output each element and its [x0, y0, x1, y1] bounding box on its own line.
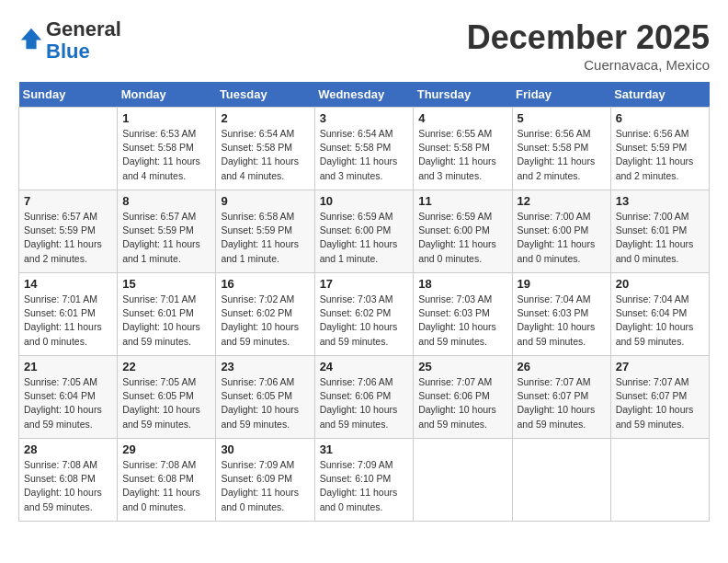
- day-info: Sunrise: 7:00 AMSunset: 6:00 PMDaylight:…: [518, 210, 606, 266]
- calendar-cell: 19Sunrise: 7:04 AMSunset: 6:03 PMDayligh…: [512, 273, 610, 356]
- calendar-cell: 9Sunrise: 6:58 AMSunset: 5:59 PMDaylight…: [216, 190, 314, 273]
- day-number: 22: [122, 360, 210, 373]
- calendar-cell: 16Sunrise: 7:02 AMSunset: 6:02 PMDayligh…: [216, 273, 314, 356]
- calendar-cell: 7Sunrise: 6:57 AMSunset: 5:59 PMDaylight…: [19, 190, 118, 273]
- weekday-header-friday: Friday: [512, 82, 610, 108]
- calendar-cell: 10Sunrise: 6:59 AMSunset: 6:00 PMDayligh…: [314, 190, 414, 273]
- calendar-cell: 27Sunrise: 7:07 AMSunset: 6:07 PMDayligh…: [610, 356, 709, 439]
- calendar-week-row: 1Sunrise: 6:53 AMSunset: 5:58 PMDaylight…: [19, 108, 710, 190]
- day-info: Sunrise: 7:08 AMSunset: 6:08 PMDaylight:…: [122, 458, 210, 514]
- day-info: Sunrise: 7:03 AMSunset: 6:02 PMDaylight:…: [320, 293, 409, 349]
- day-number: 19: [518, 277, 606, 291]
- day-number: 5: [518, 111, 606, 125]
- day-number: 18: [418, 277, 506, 291]
- weekday-header-tuesday: Tuesday: [216, 82, 314, 108]
- day-info: Sunrise: 7:04 AMSunset: 6:04 PMDaylight:…: [616, 293, 704, 349]
- calendar-cell: 18Sunrise: 7:03 AMSunset: 6:03 PMDayligh…: [414, 273, 512, 356]
- calendar-cell: 6Sunrise: 6:56 AMSunset: 5:59 PMDaylight…: [610, 108, 709, 190]
- day-info: Sunrise: 7:02 AMSunset: 6:02 PMDaylight:…: [221, 293, 309, 349]
- day-info: Sunrise: 7:00 AMSunset: 6:01 PMDaylight:…: [616, 210, 704, 266]
- title-block: December 2025 Cuernavaca, Mexico: [467, 18, 710, 73]
- day-number: 3: [320, 111, 409, 125]
- day-info: Sunrise: 7:09 AMSunset: 6:10 PMDaylight:…: [320, 458, 409, 514]
- day-number: 12: [518, 194, 606, 208]
- day-number: 11: [418, 194, 506, 208]
- calendar-cell: 11Sunrise: 6:59 AMSunset: 6:00 PMDayligh…: [414, 190, 512, 273]
- day-info: Sunrise: 7:09 AMSunset: 6:09 PMDaylight:…: [221, 458, 309, 514]
- day-number: 16: [221, 277, 309, 291]
- calendar-cell: 22Sunrise: 7:05 AMSunset: 6:05 PMDayligh…: [118, 356, 216, 439]
- day-info: Sunrise: 7:05 AMSunset: 6:05 PMDaylight:…: [122, 375, 210, 431]
- calendar-cell: 30Sunrise: 7:09 AMSunset: 6:09 PMDayligh…: [216, 439, 314, 522]
- day-number: 29: [122, 442, 210, 456]
- day-number: 26: [518, 360, 606, 373]
- day-info: Sunrise: 7:01 AMSunset: 6:01 PMDaylight:…: [24, 293, 112, 349]
- day-number: 17: [320, 277, 409, 291]
- day-info: Sunrise: 6:54 AMSunset: 5:58 PMDaylight:…: [320, 127, 409, 183]
- svg-marker-0: [21, 29, 41, 49]
- calendar-header: SundayMondayTuesdayWednesdayThursdayFrid…: [19, 82, 710, 108]
- calendar-cell: 28Sunrise: 7:08 AMSunset: 6:08 PMDayligh…: [19, 439, 118, 522]
- day-info: Sunrise: 6:58 AMSunset: 5:59 PMDaylight:…: [221, 210, 309, 266]
- day-info: Sunrise: 6:57 AMSunset: 5:59 PMDaylight:…: [24, 210, 112, 266]
- day-number: 23: [221, 360, 309, 373]
- calendar-cell: [512, 439, 610, 522]
- day-info: Sunrise: 7:08 AMSunset: 6:08 PMDaylight:…: [24, 458, 112, 514]
- day-number: 1: [122, 111, 210, 125]
- logo-icon: [18, 26, 44, 52]
- calendar-cell: 26Sunrise: 7:07 AMSunset: 6:07 PMDayligh…: [512, 356, 610, 439]
- weekday-header-monday: Monday: [118, 82, 216, 108]
- calendar-cell: [414, 439, 512, 522]
- day-info: Sunrise: 6:53 AMSunset: 5:58 PMDaylight:…: [122, 127, 210, 183]
- day-number: 31: [320, 442, 409, 456]
- calendar-cell: 21Sunrise: 7:05 AMSunset: 6:04 PMDayligh…: [19, 356, 118, 439]
- weekday-header-wednesday: Wednesday: [314, 82, 414, 108]
- day-number: 7: [24, 194, 112, 208]
- day-info: Sunrise: 6:56 AMSunset: 5:58 PMDaylight:…: [518, 127, 606, 183]
- calendar-week-row: 28Sunrise: 7:08 AMSunset: 6:08 PMDayligh…: [19, 439, 710, 522]
- day-number: 20: [616, 277, 704, 291]
- day-number: 28: [24, 442, 112, 456]
- calendar-cell: 3Sunrise: 6:54 AMSunset: 5:58 PMDaylight…: [314, 108, 414, 190]
- calendar-cell: 2Sunrise: 6:54 AMSunset: 5:58 PMDaylight…: [216, 108, 314, 190]
- calendar-table: SundayMondayTuesdayWednesdayThursdayFrid…: [18, 82, 710, 522]
- day-number: 14: [24, 277, 112, 291]
- calendar-cell: 14Sunrise: 7:01 AMSunset: 6:01 PMDayligh…: [19, 273, 118, 356]
- day-number: 27: [616, 360, 704, 373]
- calendar-cell: 17Sunrise: 7:03 AMSunset: 6:02 PMDayligh…: [314, 273, 414, 356]
- calendar-cell: 29Sunrise: 7:08 AMSunset: 6:08 PMDayligh…: [118, 439, 216, 522]
- day-info: Sunrise: 6:59 AMSunset: 6:00 PMDaylight:…: [320, 210, 409, 266]
- calendar-cell: 13Sunrise: 7:00 AMSunset: 6:01 PMDayligh…: [610, 190, 709, 273]
- day-number: 4: [418, 111, 506, 125]
- logo-text: General Blue: [46, 18, 121, 63]
- calendar-cell: 25Sunrise: 7:07 AMSunset: 6:06 PMDayligh…: [414, 356, 512, 439]
- day-number: 13: [616, 194, 704, 208]
- calendar-cell: 23Sunrise: 7:06 AMSunset: 6:05 PMDayligh…: [216, 356, 314, 439]
- day-number: 24: [320, 360, 409, 373]
- day-number: 21: [24, 360, 112, 373]
- calendar-week-row: 7Sunrise: 6:57 AMSunset: 5:59 PMDaylight…: [19, 190, 710, 273]
- weekday-header-saturday: Saturday: [610, 82, 709, 108]
- calendar-cell: 15Sunrise: 7:01 AMSunset: 6:01 PMDayligh…: [118, 273, 216, 356]
- day-info: Sunrise: 7:07 AMSunset: 6:07 PMDaylight:…: [518, 375, 606, 431]
- day-info: Sunrise: 7:06 AMSunset: 6:05 PMDaylight:…: [221, 375, 309, 431]
- day-info: Sunrise: 6:56 AMSunset: 5:59 PMDaylight:…: [616, 127, 704, 183]
- day-number: 9: [221, 194, 309, 208]
- calendar-cell: 31Sunrise: 7:09 AMSunset: 6:10 PMDayligh…: [314, 439, 414, 522]
- weekday-header-thursday: Thursday: [414, 82, 512, 108]
- day-info: Sunrise: 6:55 AMSunset: 5:58 PMDaylight:…: [418, 127, 506, 183]
- day-info: Sunrise: 7:05 AMSunset: 6:04 PMDaylight:…: [24, 375, 112, 431]
- day-info: Sunrise: 7:06 AMSunset: 6:06 PMDaylight:…: [320, 375, 409, 431]
- day-info: Sunrise: 6:57 AMSunset: 5:59 PMDaylight:…: [122, 210, 210, 266]
- calendar-cell: 8Sunrise: 6:57 AMSunset: 5:59 PMDaylight…: [118, 190, 216, 273]
- day-number: 30: [221, 442, 309, 456]
- logo: General Blue: [18, 18, 121, 63]
- calendar-cell: 20Sunrise: 7:04 AMSunset: 6:04 PMDayligh…: [610, 273, 709, 356]
- calendar-cell: 12Sunrise: 7:00 AMSunset: 6:00 PMDayligh…: [512, 190, 610, 273]
- calendar-week-row: 21Sunrise: 7:05 AMSunset: 6:04 PMDayligh…: [19, 356, 710, 439]
- calendar-cell: 1Sunrise: 6:53 AMSunset: 5:58 PMDaylight…: [118, 108, 216, 190]
- day-info: Sunrise: 6:54 AMSunset: 5:58 PMDaylight:…: [221, 127, 309, 183]
- day-number: 25: [418, 360, 506, 373]
- day-number: 8: [122, 194, 210, 208]
- day-number: 6: [616, 111, 704, 125]
